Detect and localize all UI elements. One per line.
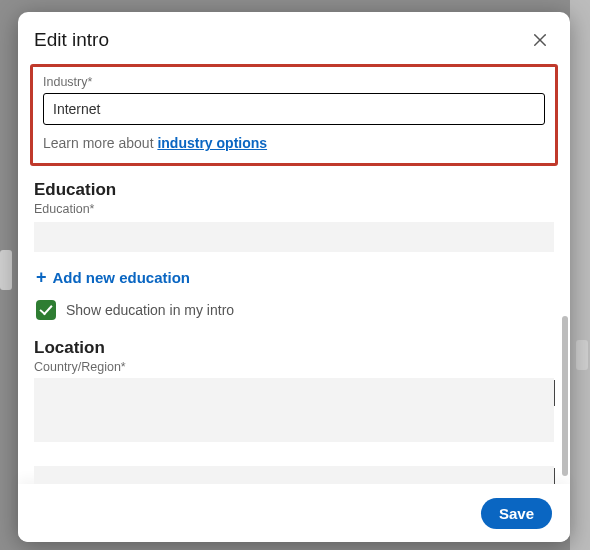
edit-intro-modal: Edit intro Industry* Learn more about in… <box>18 12 570 542</box>
show-education-checkbox[interactable] <box>36 300 56 320</box>
plus-icon: + <box>36 268 47 286</box>
show-education-label: Show education in my intro <box>66 302 234 318</box>
save-button[interactable]: Save <box>481 498 552 529</box>
modal-footer: Save <box>18 484 570 542</box>
industry-options-link[interactable]: industry options <box>157 135 267 151</box>
close-button[interactable] <box>526 26 554 54</box>
add-education-label: Add new education <box>53 269 191 286</box>
location-heading: Location <box>34 338 554 358</box>
industry-label: Industry* <box>43 75 545 89</box>
education-label: Education* <box>34 202 554 216</box>
modal-title: Edit intro <box>34 29 109 51</box>
modal-body: Industry* Learn more about industry opti… <box>18 64 570 484</box>
education-field-redacted[interactable] <box>34 222 554 252</box>
education-section: Education Education* + Add new education… <box>30 180 558 320</box>
country-region-label: Country/Region* <box>34 360 554 374</box>
modal-header: Edit intro <box>18 12 570 64</box>
scrollbar-thumb[interactable] <box>562 316 568 476</box>
learn-more-text: Learn more about <box>43 135 157 151</box>
industry-learn-more: Learn more about industry options <box>43 135 545 151</box>
add-education-button[interactable]: + Add new education <box>36 268 554 286</box>
industry-section-highlight: Industry* Learn more about industry opti… <box>30 64 558 166</box>
close-icon <box>531 31 549 49</box>
country-region-field-redacted[interactable] <box>34 378 554 442</box>
education-heading: Education <box>34 180 554 200</box>
location-field-redacted[interactable] <box>34 466 554 484</box>
location-section: Location Country/Region* <box>30 338 558 484</box>
industry-input[interactable] <box>43 93 545 125</box>
show-education-row[interactable]: Show education in my intro <box>36 300 554 320</box>
